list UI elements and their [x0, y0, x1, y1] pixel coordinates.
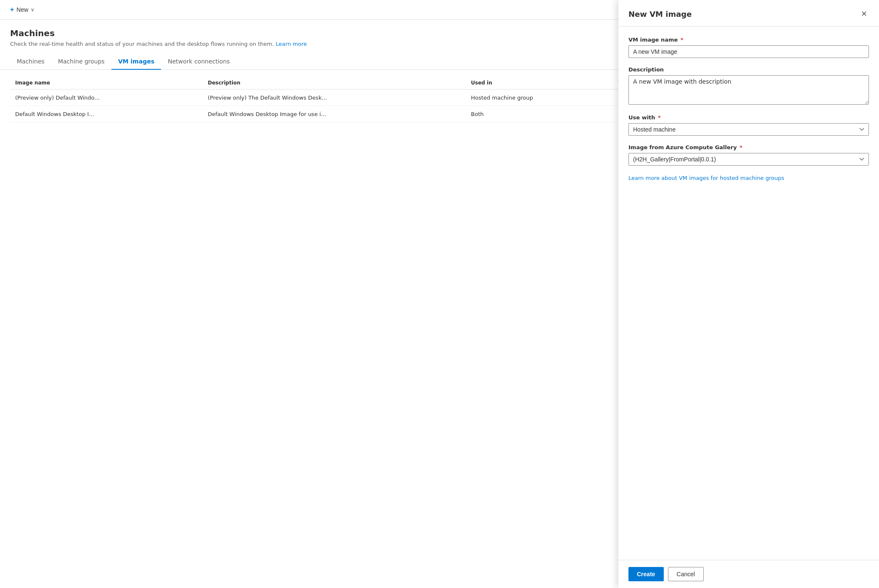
chevron-icon: ∨ — [31, 7, 34, 13]
create-button[interactable]: Create — [628, 567, 664, 581]
description-label: Description — [628, 66, 869, 73]
cell-description: (Preview only) The Default Windows Desk.… — [203, 90, 466, 106]
tab-network-connections[interactable]: Network connections — [161, 54, 236, 70]
col-image-name: Image name — [10, 76, 203, 90]
image-gallery-label: Image from Azure Compute Gallery * — [628, 144, 869, 150]
use-with-select[interactable]: Hosted machineHosted machine groupBoth — [628, 123, 869, 136]
description-textarea[interactable] — [628, 75, 869, 105]
new-button[interactable]: + New ∨ — [7, 4, 38, 15]
col-used-in: Used in — [466, 76, 613, 90]
cell-image-name: (Preview only) Default Windo... — [10, 90, 203, 106]
description-group: Description — [628, 66, 869, 106]
tab-vm-images[interactable]: VM images — [111, 54, 161, 70]
panel-footer: Create Cancel — [618, 560, 879, 588]
panel-learn-more-link[interactable]: Learn more about VM images for hosted ma… — [628, 175, 784, 181]
panel-close-button[interactable]: ✕ — [859, 8, 869, 19]
vm-image-name-input[interactable] — [628, 45, 869, 58]
new-vm-image-panel: New VM image ✕ VM image name * Descripti… — [618, 0, 879, 588]
new-label: New — [16, 6, 28, 13]
image-gallery-group: Image from Azure Compute Gallery * (H2H_… — [628, 144, 869, 166]
cell-description: Default Windows Desktop Image for use i.… — [203, 106, 466, 122]
cell-image-name: Default Windows Desktop I... — [10, 106, 203, 122]
image-gallery-select[interactable]: (H2H_Gallery|FromPortal|0.0.1) — [628, 153, 869, 166]
use-with-group: Use with * Hosted machineHosted machine … — [628, 114, 869, 136]
panel-header: New VM image ✕ — [618, 0, 879, 26]
tab-machines[interactable]: Machines — [10, 54, 51, 70]
subtitle-text: Check the real-time health and status of… — [10, 41, 274, 47]
tab-machine-groups[interactable]: Machine groups — [51, 54, 111, 70]
col-description: Description — [203, 76, 466, 90]
learn-more-link[interactable]: Learn more — [276, 41, 307, 47]
cancel-button[interactable]: Cancel — [668, 567, 704, 581]
cell-used-in: Hosted machine group — [466, 90, 613, 106]
plus-icon: + — [10, 6, 14, 13]
vm-image-name-label: VM image name * — [628, 37, 869, 43]
panel-body: VM image name * Description Use with * H… — [618, 26, 879, 560]
cell-used-in: Both — [466, 106, 613, 122]
use-with-label: Use with * — [628, 114, 869, 121]
vm-image-name-group: VM image name * — [628, 37, 869, 58]
panel-title: New VM image — [628, 10, 692, 18]
